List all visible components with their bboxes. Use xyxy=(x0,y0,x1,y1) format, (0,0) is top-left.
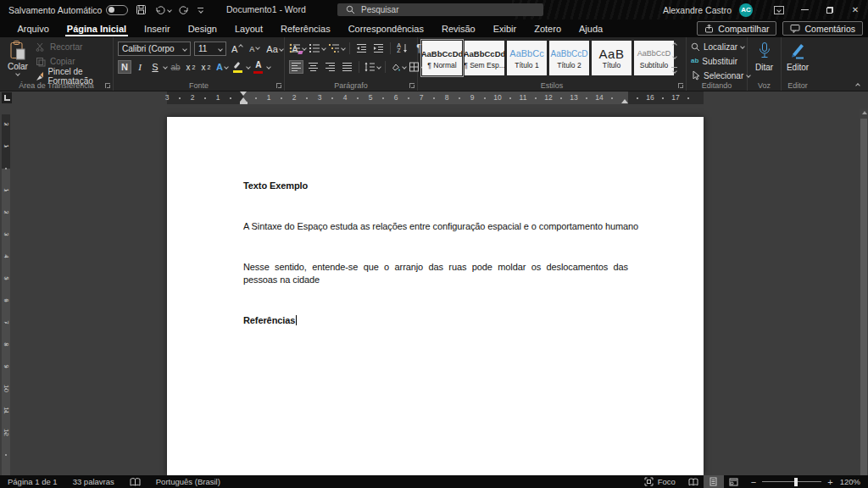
align-left-button[interactable] xyxy=(289,60,303,74)
avatar[interactable]: AC xyxy=(739,3,753,17)
read-mode-button[interactable] xyxy=(683,475,704,488)
focus-button[interactable]: Foco xyxy=(637,475,683,488)
toggle-switch-icon[interactable] xyxy=(106,5,128,15)
tab-layout[interactable]: Layout xyxy=(225,19,271,37)
justify-button[interactable] xyxy=(340,60,354,74)
styles-scroll-up-icon[interactable] xyxy=(672,42,677,47)
find-button[interactable]: Localizar xyxy=(691,41,750,53)
grow-font-button[interactable]: A xyxy=(230,42,244,56)
tab-refer-ncias[interactable]: Referências xyxy=(271,19,339,37)
doc-heading[interactable]: Texto Exemplo xyxy=(243,180,628,192)
autosave-toggle[interactable]: Salvamento Automático xyxy=(8,5,128,15)
editor-button[interactable]: Editor xyxy=(782,42,814,72)
zoom-level[interactable]: 120% xyxy=(840,475,868,488)
font-dialog-launcher-icon[interactable] xyxy=(276,83,281,88)
align-center-button[interactable] xyxy=(306,60,320,74)
tab-inserir[interactable]: Inserir xyxy=(136,19,180,37)
select-button[interactable]: Selecionar xyxy=(691,69,750,81)
customize-qat-icon[interactable] xyxy=(198,8,203,13)
font-family-select[interactable]: Calibri (Corpo xyxy=(118,42,191,56)
underline-button[interactable]: S xyxy=(148,60,162,74)
styles-more-icon[interactable] xyxy=(671,67,677,73)
highlight-button[interactable] xyxy=(231,60,245,74)
ribbon-display-options-button[interactable] xyxy=(766,0,792,19)
underline-dropdown-icon[interactable] xyxy=(163,64,168,69)
paste-dropdown-icon[interactable] xyxy=(15,71,20,76)
style-card-t-tulo-2[interactable]: AaBbCcDTítulo 2 xyxy=(549,41,589,75)
style-card--sem-esp-[interactable]: AaBbCcDd¶ Sem Esp... xyxy=(465,41,504,75)
redo-button[interactable] xyxy=(179,4,190,15)
font-color-button[interactable]: A xyxy=(252,60,265,74)
share-button[interactable]: Compartilhar xyxy=(697,21,776,36)
undo-dropdown-icon[interactable] xyxy=(167,8,172,13)
tab-arquivo[interactable]: Arquivo xyxy=(8,19,58,37)
zoom-slider-thumb[interactable] xyxy=(794,478,798,486)
web-layout-button[interactable] xyxy=(724,475,744,488)
increase-indent-button[interactable] xyxy=(371,42,386,55)
user-name[interactable]: Alexandre Castro xyxy=(663,5,732,15)
styles-dialog-launcher-icon[interactable] xyxy=(678,83,683,88)
tab-p-gina-inicial[interactable]: Página Inicial xyxy=(58,19,135,37)
styles-scroll-down-icon[interactable] xyxy=(672,54,677,59)
sort-button[interactable]: AZ xyxy=(395,42,409,55)
style-card--normal[interactable]: AaBbCcDd¶ Normal xyxy=(422,41,462,75)
subscript-button[interactable]: x2 xyxy=(184,60,198,74)
tab-stop-selector[interactable] xyxy=(2,92,12,103)
doc-paragraph-2[interactable]: Nesse sentido, entende-se que o arranjo … xyxy=(243,261,628,286)
font-size-select[interactable]: 11 xyxy=(194,42,226,56)
style-card-subt-tulo[interactable]: AaBbCcDSubtítulo xyxy=(634,41,674,75)
restore-button[interactable] xyxy=(817,0,843,19)
left-indent-marker[interactable] xyxy=(240,102,248,104)
align-right-button[interactable] xyxy=(323,60,337,74)
decrease-indent-button[interactable] xyxy=(354,42,369,55)
font-color-dropdown-icon[interactable] xyxy=(266,64,271,69)
horizontal-ruler[interactable]: 32112345678910111213141617 xyxy=(167,92,704,104)
doc-paragraph-1[interactable]: A Sintaxe do Espaço estuda as relações e… xyxy=(243,220,628,233)
scrollbar-thumb[interactable] xyxy=(860,119,867,475)
highlight-dropdown-icon[interactable] xyxy=(246,64,251,69)
minimize-button[interactable] xyxy=(792,0,817,19)
strikethrough-button[interactable]: ab xyxy=(169,60,182,74)
change-case-button[interactable]: Aa xyxy=(264,42,284,56)
dictate-button[interactable]: Ditar xyxy=(748,42,781,72)
search-input[interactable]: Pesquisar xyxy=(337,3,543,16)
document-page[interactable]: Texto Exemplo A Sintaxe do Espaço estuda… xyxy=(167,117,704,475)
zoom-out-button[interactable]: − xyxy=(751,477,756,487)
tab-correspond-ncias[interactable]: Correspondências xyxy=(339,19,432,37)
paragraph-dialog-launcher-icon[interactable] xyxy=(409,83,415,88)
bold-button[interactable]: N xyxy=(118,60,131,74)
multilevel-list-button[interactable] xyxy=(328,42,345,55)
language-indicator[interactable]: Português (Brasil) xyxy=(148,475,228,488)
zoom-in-button[interactable]: + xyxy=(827,477,832,487)
right-indent-marker[interactable] xyxy=(621,99,628,103)
style-card-t-tulo-1[interactable]: AaBbCcTítulo 1 xyxy=(507,41,547,75)
bullets-button[interactable] xyxy=(289,42,306,55)
superscript-button[interactable]: x2 xyxy=(199,60,213,74)
undo-button[interactable] xyxy=(154,4,171,15)
page-indicator[interactable]: Página 1 de 1 xyxy=(0,475,65,488)
word-count[interactable]: 33 palavras xyxy=(65,475,122,488)
close-button[interactable]: ✕ xyxy=(843,0,868,19)
save-button[interactable] xyxy=(136,4,147,15)
tab-zotero[interactable]: Zotero xyxy=(526,19,570,37)
tab-exibir[interactable]: Exibir xyxy=(484,19,526,37)
collapse-ribbon-icon[interactable] xyxy=(855,83,860,88)
text-effects-button[interactable]: A xyxy=(214,60,230,74)
doc-heading-2[interactable]: Referências xyxy=(243,314,628,327)
vertical-scrollbar[interactable] xyxy=(860,108,868,475)
tab-revis-o[interactable]: Revisão xyxy=(432,19,484,37)
shading-button[interactable] xyxy=(390,60,406,74)
tab-design[interactable]: Design xyxy=(179,19,225,37)
style-card-t-tulo[interactable]: AaBTítulo xyxy=(592,41,632,75)
first-line-indent-marker[interactable] xyxy=(240,92,247,96)
proofing-status[interactable] xyxy=(122,475,148,488)
replace-button[interactable]: ab Substituir xyxy=(691,55,750,67)
zoom-slider[interactable] xyxy=(762,481,821,482)
format-painter-button[interactable]: Pincel de Formatação xyxy=(36,69,113,82)
tab-ajuda[interactable]: Ajuda xyxy=(570,19,612,37)
print-layout-button[interactable] xyxy=(704,475,724,488)
clipboard-dialog-launcher-icon[interactable] xyxy=(105,83,110,88)
comments-button[interactable]: Comentários xyxy=(782,21,863,36)
vertical-ruler[interactable]: 21123456789101112 xyxy=(2,114,10,475)
italic-button[interactable]: I xyxy=(133,60,147,74)
